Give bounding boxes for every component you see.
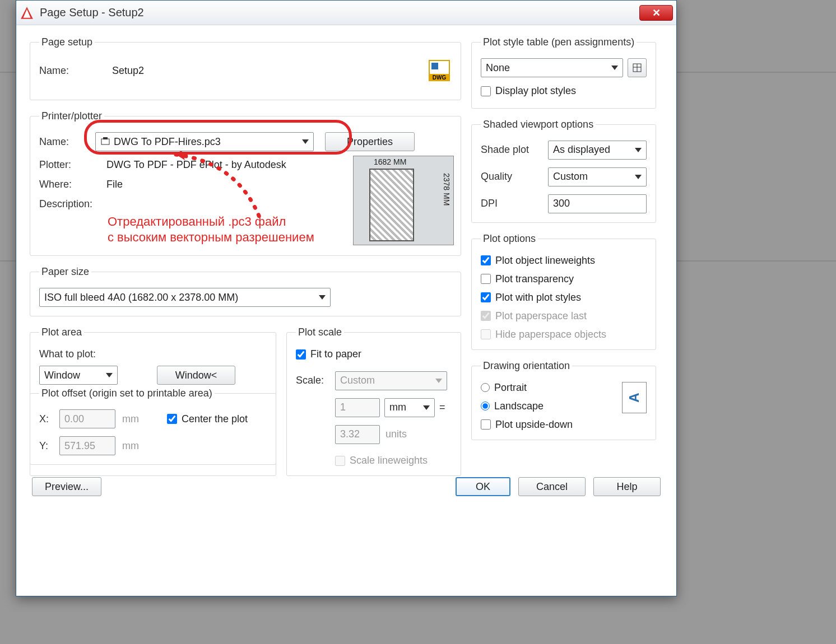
shaded-legend: Shaded viewport options: [481, 119, 596, 130]
plot-offset-legend: Plot offset (origin set to printable are…: [39, 388, 215, 399]
paper-width-label: 1682 MM: [374, 157, 406, 166]
plot-with-styles-checkbox[interactable]: Plot with plot styles: [481, 292, 647, 304]
fit-to-paper-checkbox[interactable]: Fit to paper: [296, 348, 361, 360]
what-to-plot-label: What to plot:: [39, 348, 267, 360]
offset-y-label: Y:: [39, 440, 59, 452]
paper-size-legend: Paper size: [39, 266, 91, 278]
page-setup-group: Page setup Name: Setup2 DWG: [30, 36, 461, 100]
hide-paperspace-checkbox: Hide paperspace objects: [481, 329, 647, 340]
app-icon: [20, 6, 34, 20]
offset-x-input: 0.00: [59, 409, 115, 428]
offset-x-label: X:: [39, 413, 59, 425]
plot-scale-legend: Plot scale: [296, 326, 344, 338]
dwg-icon: DWG: [427, 58, 452, 83]
orientation-legend: Drawing orientation: [481, 360, 572, 372]
scale-value-2: 3.32: [335, 425, 380, 444]
plot-transparency-checkbox[interactable]: Plot transparency: [481, 273, 647, 285]
offset-y-input: 571.95: [59, 436, 115, 455]
shaded-viewport-group: Shaded viewport options Shade plot As di…: [471, 119, 656, 223]
description-label: Description:: [39, 198, 106, 210]
plot-options-legend: Plot options: [481, 233, 538, 245]
plotter-label: Plotter:: [39, 159, 106, 171]
page-setup-dialog: Page Setup - Setup2 ✕ Page setup Name: S…: [16, 0, 677, 596]
center-plot-checkbox[interactable]: Center the plot: [167, 413, 248, 425]
scale-value-1: 1: [335, 398, 380, 417]
paper-size-combo[interactable]: ISO full bleed 4A0 (1682.00 x 2378.00 MM…: [39, 288, 331, 307]
quality-label: Quality: [481, 171, 548, 183]
annotation-arrow: [170, 151, 282, 224]
scale-lineweights-checkbox: Scale lineweights: [296, 455, 428, 466]
ok-button[interactable]: OK: [456, 477, 510, 496]
titlebar: Page Setup - Setup2 ✕: [16, 1, 676, 25]
plot-style-legend: Plot style table (pen assignments): [481, 36, 637, 48]
portrait-radio[interactable]: Portrait: [481, 382, 622, 394]
scale-combo: Custom: [335, 371, 447, 390]
paper-size-group: Paper size ISO full bleed 4A0 (1682.00 x…: [30, 266, 461, 316]
plot-style-combo[interactable]: None: [481, 58, 623, 77]
where-value: File: [106, 179, 123, 190]
display-plot-styles-checkbox[interactable]: Display plot styles: [481, 85, 576, 97]
scale-unit-combo[interactable]: mm: [384, 398, 435, 417]
shade-plot-label: Shade plot: [481, 144, 548, 156]
upside-down-checkbox[interactable]: Plot upside-down: [481, 419, 622, 431]
svg-text:DWG: DWG: [433, 74, 447, 81]
plot-area-legend: Plot area: [39, 326, 84, 338]
window-button[interactable]: Window<: [157, 366, 235, 385]
offset-x-unit: mm: [122, 413, 139, 425]
page-setup-name-label: Name:: [39, 65, 112, 77]
orientation-group: Drawing orientation Portrait Landscape P…: [471, 360, 656, 440]
page-setup-legend: Page setup: [39, 36, 95, 48]
printer-plotter-group: Printer/plotter Name: DWG To PDF-Hires.p…: [30, 110, 461, 256]
dpi-input[interactable]: 300: [548, 194, 647, 213]
quality-combo[interactable]: Custom: [548, 167, 647, 186]
scale-units-label: units: [386, 428, 407, 440]
dpi-label: DPI: [481, 198, 548, 209]
orientation-icon: A: [622, 382, 647, 413]
plot-style-edit-button[interactable]: [628, 58, 647, 77]
shade-plot-combo[interactable]: As displayed: [548, 141, 647, 160]
close-button[interactable]: ✕: [639, 5, 673, 21]
scale-label: Scale:: [296, 375, 335, 386]
svg-rect-5: [431, 63, 438, 69]
annotation-callout: [84, 120, 352, 155]
plot-scale-group: Plot scale Fit to paper Scale: Custom: [286, 326, 461, 476]
plot-paperspace-last-checkbox: Plot paperspace last: [481, 310, 647, 322]
help-button[interactable]: Help: [593, 477, 661, 496]
plot-lineweights-checkbox[interactable]: Plot object lineweights: [481, 255, 647, 267]
paper-size-selected: ISO full bleed 4A0 (1682.00 x 2378.00 MM…: [44, 292, 238, 304]
table-icon: [632, 63, 642, 73]
cancel-button[interactable]: Cancel: [518, 477, 586, 496]
scale-equals: =: [439, 402, 445, 413]
where-label: Where:: [39, 179, 106, 190]
preview-button[interactable]: Preview...: [32, 477, 101, 496]
offset-y-unit: mm: [122, 440, 139, 452]
plot-options-group: Plot options Plot object lineweights Plo…: [471, 233, 656, 350]
landscape-radio[interactable]: Landscape: [481, 400, 622, 412]
plot-offset-group: Plot offset (origin set to printable are…: [30, 388, 276, 465]
paper-preview: 1682 MM 2378 MM: [353, 156, 454, 245]
what-to-plot-combo[interactable]: Window: [39, 366, 118, 385]
page-setup-name-value: Setup2: [112, 65, 144, 77]
plot-style-group: Plot style table (pen assignments) None: [471, 36, 656, 109]
paper-height-label: 2378 MM: [442, 173, 451, 206]
window-title: Page Setup - Setup2: [40, 6, 144, 19]
